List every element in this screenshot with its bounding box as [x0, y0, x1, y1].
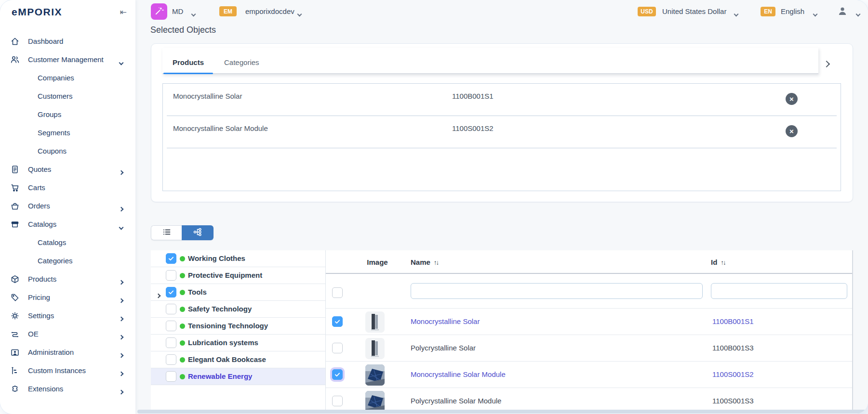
product-id[interactable]: 1100S001S3	[712, 397, 754, 405]
tree-row-tools[interactable]: Tools	[151, 284, 325, 301]
tree-row-tensioning-technology[interactable]: Tensioning Technology	[151, 318, 325, 335]
main-area: MD EM emporixdocdev USD United States Do…	[135, 0, 868, 414]
tree-view-button[interactable]	[182, 225, 214, 240]
sidebar-item-companies[interactable]: Companies	[0, 69, 135, 87]
tenant-label[interactable]: emporixdocdev	[245, 7, 294, 15]
row-checkbox[interactable]	[332, 369, 343, 380]
selected-item-row: Monocrystalline Solar 1100B001S1 ×	[163, 84, 841, 116]
table-row[interactable]: Polycrystalline Solar Module 1100S001S3	[326, 388, 852, 410]
sort-icon[interactable]: ↑↓	[721, 259, 725, 266]
topbar: MD EM emporixdocdev USD United States Do…	[135, 0, 868, 23]
checkbox[interactable]	[166, 337, 176, 348]
selected-item-name: Monocrystalline Solar Module	[173, 124, 268, 132]
sidebar-item-orders[interactable]: Orders	[0, 197, 135, 215]
tab-bar: Products Categories	[162, 48, 818, 74]
checkbox[interactable]	[166, 321, 176, 331]
sidebar-item-catalogs[interactable]: Catalogs	[0, 215, 135, 233]
column-header-id[interactable]: Id↑↓	[711, 258, 725, 266]
chevron-down-icon[interactable]	[814, 9, 817, 18]
checkbox[interactable]	[166, 287, 176, 298]
sidebar-item-carts[interactable]: Carts	[0, 179, 135, 197]
checkbox[interactable]	[166, 270, 176, 281]
sidebar-item-extensions[interactable]: Extensions	[0, 380, 135, 398]
id-filter-input[interactable]	[711, 283, 847, 299]
tree-row-renewable-energy[interactable]: Renewable Energy	[151, 368, 325, 385]
list-view-button[interactable]	[151, 225, 182, 240]
chevron-right-icon	[120, 204, 123, 212]
sidebar-item-coupons[interactable]: Coupons	[0, 142, 135, 160]
checkbox[interactable]	[166, 371, 176, 382]
horizontal-scrollbar[interactable]	[137, 410, 866, 414]
chevron-down-icon[interactable]	[192, 9, 195, 18]
product-image-solar-panel-upright	[365, 311, 385, 333]
chevron-right-icon	[120, 350, 123, 359]
category-tree: Working Clothes Protective Equipment Too…	[151, 250, 326, 410]
chevron-down-icon[interactable]	[856, 9, 860, 18]
sidebar-item-segments[interactable]: Segments	[0, 124, 135, 142]
tenant-badge: EM	[219, 6, 237, 16]
chevron-down-icon[interactable]	[298, 9, 301, 18]
sidebar-item-products[interactable]: Products	[0, 270, 135, 288]
sidebar-item-catalogs-sub[interactable]: Catalogs	[0, 233, 135, 252]
table-row[interactable]: Polycrystalline Solar 1100B001S3	[326, 335, 852, 361]
product-id[interactable]: 1100B001S3	[712, 344, 754, 352]
tab-products[interactable]: Products	[162, 58, 214, 73]
sidebar-item-dashboard[interactable]: Dashboard	[0, 32, 135, 51]
chevron-down-icon	[120, 222, 123, 231]
currency-label[interactable]: United States Dollar	[662, 7, 726, 15]
tabs-scroll-right-button[interactable]	[820, 57, 833, 71]
tree-row-protective-equipment[interactable]: Protective Equipment	[151, 267, 325, 284]
magic-wand-icon	[154, 6, 164, 17]
product-id-link[interactable]: 1100B001S1	[712, 317, 754, 325]
sidebar-item-quotes[interactable]: Quotes	[0, 160, 135, 179]
checkbox[interactable]	[166, 354, 176, 365]
sidebar-item-pricing[interactable]: Pricing	[0, 288, 135, 307]
list-icon	[162, 227, 172, 239]
remove-item-button[interactable]: ×	[786, 93, 798, 105]
tag-icon	[10, 293, 20, 302]
chevron-right-icon	[120, 277, 123, 285]
name-filter-input[interactable]	[411, 283, 703, 299]
tree-row-safety-technology[interactable]: Safety Technology	[151, 301, 325, 318]
tree-row-elegant-oak-bookcase[interactable]: Elegant Oak Bookcase	[151, 351, 325, 368]
remove-item-button[interactable]: ×	[786, 125, 798, 137]
sidebar-item-settings[interactable]: Settings	[0, 307, 135, 325]
sidebar-item-custom-instances[interactable]: Custom Instances	[0, 362, 135, 380]
expand-chevron-icon[interactable]	[157, 291, 160, 299]
product-name-link[interactable]: Monocrystalline Solar	[411, 317, 480, 325]
product-name[interactable]: Polycrystalline Solar	[411, 344, 476, 352]
sidebar-collapse-icon[interactable]: ⇤	[120, 8, 127, 16]
products-table: Image Name↑↓ Id↑↓ Monocrystalline Solar …	[326, 250, 853, 410]
workspace-badge[interactable]	[151, 3, 167, 20]
sidebar-item-customers[interactable]: Customers	[0, 87, 135, 105]
sidebar-item-oe[interactable]: OE	[0, 325, 135, 343]
checkbox[interactable]	[166, 253, 176, 264]
workspace-label[interactable]: MD	[172, 7, 183, 15]
sidebar-item-categories-sub[interactable]: Categories	[0, 252, 135, 270]
sidebar-item-groups[interactable]: Groups	[0, 105, 135, 124]
sidebar-item-administration[interactable]: Administration	[0, 343, 135, 362]
chevron-down-icon[interactable]	[734, 9, 738, 18]
tree-row-lubrication-systems[interactable]: Lubrication systems	[151, 335, 325, 351]
row-checkbox[interactable]	[332, 396, 343, 406]
product-id-link[interactable]: 1100S001S2	[712, 370, 754, 378]
document-icon	[10, 165, 20, 174]
table-header: Image Name↑↓ Id↑↓	[326, 250, 852, 274]
product-name[interactable]: Polycrystalline Solar Module	[411, 397, 501, 405]
language-label[interactable]: English	[781, 7, 804, 15]
row-checkbox[interactable]	[332, 316, 343, 327]
tree-row-working-clothes[interactable]: Working Clothes	[151, 250, 325, 267]
sidebar-item-customer-management[interactable]: Customer Management	[0, 51, 135, 69]
chevron-right-icon	[120, 369, 123, 377]
user-avatar-icon[interactable]	[837, 5, 848, 17]
table-row[interactable]: Monocrystalline Solar Module 1100S001S2	[326, 361, 852, 388]
selected-item-name: Monocrystalline Solar	[173, 92, 242, 100]
column-header-name[interactable]: Name↑↓	[411, 258, 438, 266]
tab-categories[interactable]: Categories	[214, 58, 269, 73]
table-row[interactable]: Monocrystalline Solar 1100B001S1	[326, 308, 852, 335]
row-checkbox[interactable]	[332, 343, 343, 353]
checkbox[interactable]	[166, 304, 176, 314]
sort-icon[interactable]: ↑↓	[434, 259, 439, 266]
select-all-checkbox[interactable]	[332, 287, 343, 298]
product-name-link[interactable]: Monocrystalline Solar Module	[411, 370, 506, 378]
